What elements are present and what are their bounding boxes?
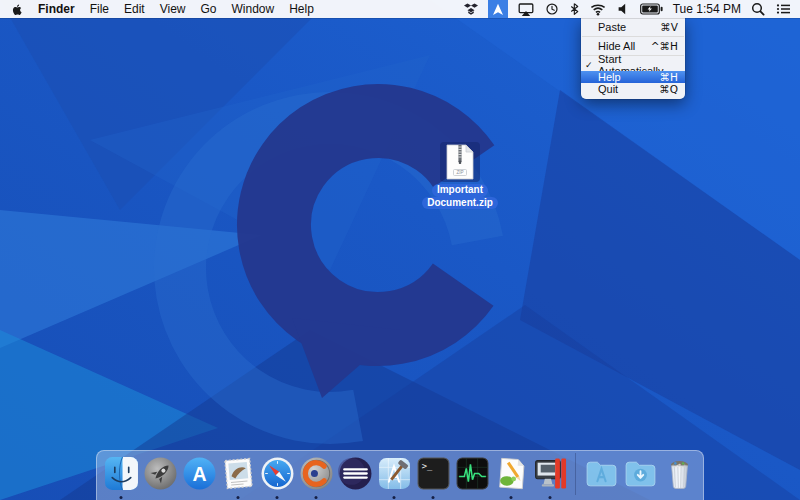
spotlight-icon[interactable] bbox=[750, 0, 766, 18]
zip-file-icon: ZIP bbox=[444, 144, 476, 180]
dropbox-icon[interactable] bbox=[463, 0, 479, 18]
dock-applications-folder[interactable] bbox=[583, 456, 619, 492]
dock-mail[interactable] bbox=[220, 456, 256, 492]
bluetooth-icon[interactable] bbox=[569, 0, 580, 18]
dock-trash[interactable] bbox=[661, 456, 697, 492]
apple-menu[interactable] bbox=[10, 0, 23, 18]
notification-center-icon[interactable] bbox=[775, 0, 792, 18]
menu-edit[interactable]: Edit bbox=[124, 0, 145, 18]
svg-text:A: A bbox=[192, 463, 206, 485]
running-indicator bbox=[549, 496, 552, 499]
time-machine-icon[interactable] bbox=[544, 0, 560, 18]
menu-file[interactable]: File bbox=[90, 0, 109, 18]
wifi-icon[interactable] bbox=[589, 0, 607, 18]
dock-app-store[interactable]: A bbox=[181, 456, 217, 492]
dock-downloads-folder[interactable] bbox=[622, 456, 658, 492]
menu-item-start-automatically[interactable]: ✓ Start Automatically bbox=[581, 59, 685, 71]
desktop: Finder File Edit View Go Window Help bbox=[0, 0, 800, 500]
dock-xcode[interactable] bbox=[376, 456, 412, 492]
airplay-display-icon[interactable] bbox=[517, 0, 535, 18]
dock-launchpad[interactable] bbox=[142, 456, 178, 492]
menu-finder[interactable]: Finder bbox=[38, 0, 75, 18]
status-menu-dropdown: Paste ⌘V Hide All ^⌘H ✓ Start Automatica… bbox=[581, 18, 685, 99]
running-indicator bbox=[432, 496, 435, 499]
dock-text-editor[interactable] bbox=[493, 456, 529, 492]
running-indicator bbox=[237, 496, 240, 499]
running-indicator bbox=[510, 496, 513, 499]
dock-eclipse[interactable] bbox=[337, 456, 373, 492]
dock-display-app[interactable] bbox=[532, 456, 568, 492]
running-indicator bbox=[315, 496, 318, 499]
dock-ccleaner[interactable] bbox=[298, 456, 334, 492]
menu-item-paste[interactable]: Paste ⌘V bbox=[581, 21, 685, 33]
dock-terminal[interactable]: >_ bbox=[415, 456, 451, 492]
menu-item-quit[interactable]: Quit ⌘Q bbox=[581, 83, 685, 95]
volume-icon[interactable] bbox=[616, 0, 630, 18]
running-indicator bbox=[120, 496, 123, 499]
svg-text:ZIP: ZIP bbox=[456, 170, 463, 175]
menu-item-hide-all[interactable]: Hide All ^⌘H bbox=[581, 40, 685, 52]
dock-activity-monitor[interactable] bbox=[454, 456, 490, 492]
menu-go[interactable]: Go bbox=[201, 0, 217, 18]
active-app-menu-icon[interactable] bbox=[488, 0, 508, 18]
dock-finder[interactable] bbox=[103, 456, 139, 492]
menu-help[interactable]: Help bbox=[289, 0, 314, 18]
menu-view[interactable]: View bbox=[160, 0, 186, 18]
file-name-label: Important Document.zip bbox=[422, 184, 498, 209]
dock-safari[interactable] bbox=[259, 456, 295, 492]
menu-window[interactable]: Window bbox=[232, 0, 275, 18]
checkmark-icon: ✓ bbox=[585, 59, 593, 71]
svg-text:>_: >_ bbox=[421, 461, 432, 471]
menu-bar: Finder File Edit View Go Window Help bbox=[0, 0, 800, 18]
dock: A bbox=[96, 450, 704, 500]
file-selection-highlight: ZIP bbox=[440, 142, 480, 182]
running-indicator bbox=[276, 496, 279, 499]
running-indicator bbox=[393, 496, 396, 499]
menu-bar-clock[interactable]: Tue 1:54 PM bbox=[673, 2, 741, 16]
menu-separator bbox=[582, 36, 684, 37]
battery-icon bbox=[639, 0, 664, 18]
apple-icon bbox=[10, 2, 23, 17]
dock-separator bbox=[575, 453, 576, 495]
menu-item-help[interactable]: Help ⌘H bbox=[581, 71, 685, 83]
desktop-file-important-document-zip[interactable]: ZIP Important Document.zip bbox=[421, 142, 499, 209]
